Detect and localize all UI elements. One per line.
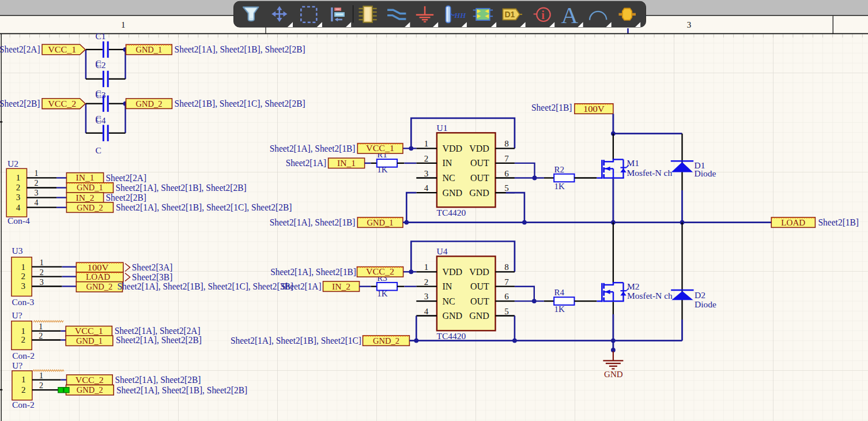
svg-text:GND: GND — [443, 188, 463, 198]
svg-text:Sheet2[1A], Sheet2[1B], Sheet2: Sheet2[1A], Sheet2[1B], Sheet2[1C] — [231, 336, 361, 345]
svg-text:3: 3 — [16, 193, 21, 202]
svg-text:VCC_2: VCC_2 — [366, 267, 394, 276]
svg-text:2: 2 — [39, 381, 43, 390]
svg-text:U?: U? — [12, 310, 22, 320]
svg-text:Mosfet-N ch: Mosfet-N ch — [627, 168, 672, 178]
svg-text:1: 1 — [35, 169, 39, 178]
svg-text:8: 8 — [504, 139, 509, 148]
svg-text:LOAD: LOAD — [86, 272, 110, 281]
svg-text:2: 2 — [35, 179, 39, 187]
svg-text:Sheet2[2B]: Sheet2[2B] — [0, 99, 40, 108]
svg-text:4: 4 — [16, 203, 21, 212]
svg-text:GND_2: GND_2 — [77, 203, 103, 212]
svg-text:2: 2 — [424, 277, 429, 287]
svg-text:1: 1 — [21, 262, 26, 272]
svg-text:C2: C2 — [96, 60, 106, 70]
svg-text:1: 1 — [16, 173, 21, 182]
svg-text:GND: GND — [443, 311, 463, 321]
svg-text:Sheet2[1A], Sheet2[1B]: Sheet2[1A], Sheet2[1B] — [270, 267, 356, 277]
svg-text:U2: U2 — [7, 159, 18, 168]
svg-text:2: 2 — [21, 272, 26, 281]
svg-text:Sheet2[1A], Sheet2[2B]: Sheet2[1A], Sheet2[2B] — [115, 375, 201, 385]
svg-text:Sheet2[1A]: Sheet2[1A] — [286, 158, 327, 168]
svg-text:R2: R2 — [554, 165, 565, 174]
svg-text:3: 3 — [35, 189, 39, 197]
svg-text:1: 1 — [21, 326, 26, 336]
svg-text:U3: U3 — [12, 246, 23, 255]
svg-text:2: 2 — [40, 268, 44, 277]
svg-text:Con-2: Con-2 — [12, 400, 35, 409]
svg-text:U?: U? — [12, 360, 22, 370]
svg-text:D1: D1 — [504, 10, 515, 19]
svg-text:A: A — [561, 2, 579, 28]
svg-text:VDD: VDD — [469, 267, 489, 277]
svg-text:1K: 1K — [377, 289, 388, 298]
svg-text:1: 1 — [424, 262, 429, 272]
svg-text:GND_1: GND_1 — [135, 45, 162, 54]
svg-text:Sheet2[1A], Sheet2[2A]: Sheet2[1A], Sheet2[2A] — [115, 326, 201, 336]
svg-text:5: 5 — [504, 307, 509, 316]
svg-text:2: 2 — [16, 183, 21, 192]
svg-text:LOAD: LOAD — [781, 218, 805, 227]
svg-text:3: 3 — [424, 292, 429, 301]
svg-text:D2: D2 — [695, 290, 705, 300]
svg-text:1K: 1K — [377, 165, 388, 174]
svg-text:VCC_2: VCC_2 — [48, 99, 76, 108]
svg-text:GND_2: GND_2 — [86, 282, 112, 291]
svg-text:Sheet2[1A], Sheet2[2B]: Sheet2[1A], Sheet2[2B] — [116, 335, 202, 345]
svg-text:Mosfet-N ch: Mosfet-N ch — [627, 291, 673, 300]
svg-text:Sheet2[1A], Sheet2[1B]: Sheet2[1A], Sheet2[1B] — [270, 217, 356, 227]
svg-text:1: 1 — [40, 258, 44, 267]
svg-text:IN: IN — [443, 158, 452, 168]
svg-text:OUT: OUT — [470, 173, 489, 183]
svg-text:VCC_1: VCC_1 — [48, 45, 76, 54]
svg-text:2: 2 — [39, 332, 43, 340]
svg-text:GND: GND — [469, 311, 489, 321]
svg-text:U4: U4 — [437, 246, 448, 256]
svg-text:Sheet2[1A], Sheet2[1B], Sheet2: Sheet2[1A], Sheet2[1B], Sheet2[2B] — [116, 183, 247, 193]
svg-text:i: i — [541, 9, 545, 21]
svg-text:VCC_1: VCC_1 — [366, 144, 394, 153]
svg-text:6: 6 — [504, 292, 509, 301]
svg-text:1: 1 — [39, 371, 43, 380]
svg-text:VDD: VDD — [443, 267, 463, 277]
svg-text:4: 4 — [424, 307, 429, 316]
svg-text:Con-4: Con-4 — [7, 216, 30, 225]
svg-text:Con-3: Con-3 — [12, 297, 35, 307]
svg-text:2: 2 — [21, 335, 26, 344]
svg-text:1: 1 — [21, 375, 26, 384]
svg-text:5: 5 — [504, 183, 509, 193]
svg-text:GND_2: GND_2 — [136, 99, 163, 108]
svg-text:4: 4 — [424, 183, 429, 193]
svg-text:GND: GND — [604, 370, 623, 379]
svg-text:Sheet2[2A]: Sheet2[2A] — [0, 44, 40, 54]
svg-text:TC4420: TC4420 — [437, 208, 466, 217]
svg-text:Sheet2[1A], Sheet2[1B]: Sheet2[1A], Sheet2[1B] — [270, 144, 356, 153]
svg-text:M2: M2 — [627, 281, 640, 291]
svg-text:3: 3 — [687, 20, 692, 29]
svg-text:3: 3 — [424, 169, 429, 178]
svg-text:OUT: OUT — [470, 296, 489, 306]
svg-text:Sheet2[1B]: Sheet2[1B] — [818, 217, 859, 227]
svg-text:1K: 1K — [554, 182, 565, 191]
svg-text:1: 1 — [424, 139, 429, 148]
svg-text:IN_2: IN_2 — [76, 193, 95, 202]
svg-text:R4: R4 — [554, 288, 565, 297]
svg-text:Sheet2[1A], Sheet2[1B], Sheet2: Sheet2[1A], Sheet2[1B], Sheet2[2B] — [116, 385, 247, 395]
svg-text:Diode: Diode — [695, 299, 716, 309]
svg-text:IN: IN — [443, 281, 452, 291]
svg-text:1: 1 — [39, 322, 43, 331]
svg-text:Sheet2[3B]: Sheet2[3B] — [132, 272, 172, 282]
svg-text:2: 2 — [21, 385, 26, 394]
svg-text:Sheet2[1B]: Sheet2[1B] — [531, 103, 572, 112]
svg-text:3: 3 — [21, 281, 26, 291]
svg-text:Sheet2[1A], Sheet2[1B], Sheet2: Sheet2[1A], Sheet2[1B], Sheet2[2B] — [175, 44, 305, 54]
svg-text:1K: 1K — [554, 305, 565, 314]
svg-text:6: 6 — [504, 169, 509, 178]
svg-text:4: 4 — [35, 198, 39, 207]
svg-text:100V: 100V — [583, 104, 605, 114]
svg-text:7: 7 — [504, 154, 509, 163]
svg-text:GND: GND — [469, 188, 489, 198]
svg-text:Sheet2[1A], Sheet2[1B], Sheet2: Sheet2[1A], Sheet2[1B], Sheet2[1C], Shee… — [116, 202, 292, 212]
svg-text:NC: NC — [443, 296, 455, 306]
